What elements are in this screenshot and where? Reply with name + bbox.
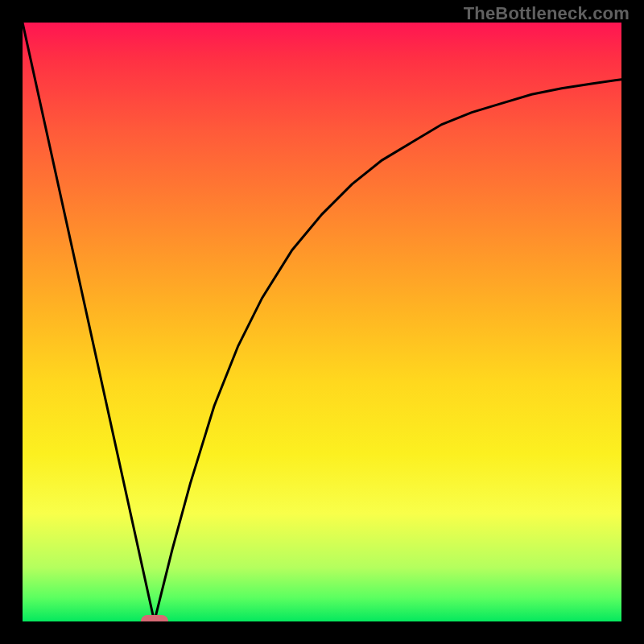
chart-plot-area: [23, 23, 621, 621]
chart-line-svg: [23, 23, 621, 621]
watermark-text: TheBottleneck.com: [464, 3, 630, 24]
chart-right-branch: [155, 80, 621, 621]
chart-left-branch: [23, 23, 155, 621]
chart-minimum-marker: [141, 615, 168, 621]
